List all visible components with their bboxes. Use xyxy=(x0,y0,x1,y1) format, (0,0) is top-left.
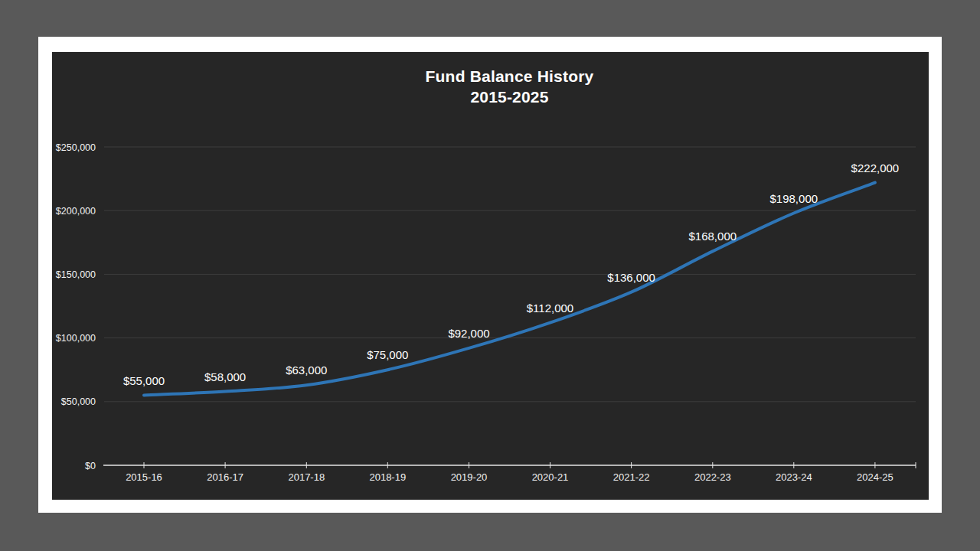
x-axis-label: 2016-17 xyxy=(207,471,243,483)
x-axis-label: 2023-24 xyxy=(776,471,812,483)
data-label: $58,000 xyxy=(204,370,246,383)
data-label: $92,000 xyxy=(448,327,489,340)
fund-balance-series-line xyxy=(144,183,875,396)
chart-subtitle: 2015-2025 xyxy=(103,86,916,107)
x-axis-label: 2018-19 xyxy=(369,471,406,483)
y-axis-label: $250,000 xyxy=(56,142,96,153)
chart-title-block: Fund Balance History 2015-2025 xyxy=(103,66,916,107)
x-axis-label: 2022-23 xyxy=(694,471,731,483)
y-axis-label: $50,000 xyxy=(61,396,96,407)
chart-title: Fund Balance History xyxy=(103,66,916,86)
data-label: $198,000 xyxy=(770,192,818,205)
presentation-slide-view: { "colors": { "page_background": "#59595… xyxy=(0,0,980,551)
y-axis-label: $0 xyxy=(85,461,96,471)
data-label: $112,000 xyxy=(527,302,573,315)
data-label: $136,000 xyxy=(607,271,655,284)
x-axis-label: 2024-25 xyxy=(857,471,893,483)
x-axis-label: 2020-21 xyxy=(532,471,569,483)
fund-balance-line-chart: $0$50,000$100,000$150,000$200,000$250,00… xyxy=(52,52,929,500)
y-axis-label: $100,000 xyxy=(56,333,96,344)
x-axis-label: 2021-22 xyxy=(613,471,650,483)
data-label: $168,000 xyxy=(689,230,737,243)
y-axis-label: $200,000 xyxy=(56,206,96,217)
data-label: $222,000 xyxy=(851,161,900,174)
data-label: $63,000 xyxy=(286,364,327,377)
data-label: $75,000 xyxy=(367,348,408,361)
y-axis-label: $150,000 xyxy=(56,269,96,280)
x-axis-label: 2019-20 xyxy=(451,471,488,483)
x-axis-label: 2015-16 xyxy=(126,471,162,483)
data-label: $55,000 xyxy=(123,374,165,387)
x-axis-label: 2017-18 xyxy=(288,471,325,483)
